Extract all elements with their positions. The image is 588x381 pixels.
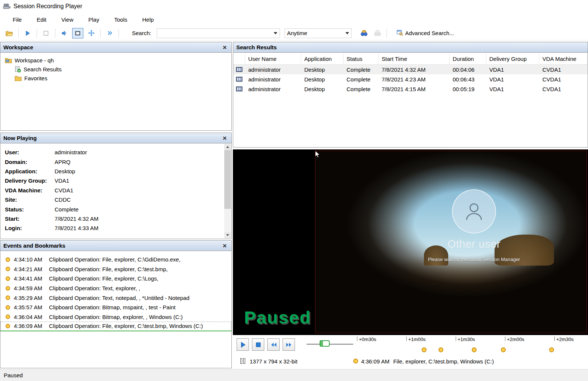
search-combobox[interactable] — [157, 28, 280, 38]
column-header[interactable]: User Name — [245, 53, 301, 65]
event-list-item[interactable]: 4:34:59 AM Clipboard Operation: Text, ex… — [0, 284, 231, 293]
play-in-window-button[interactable] — [40, 28, 52, 38]
toolbar-separator — [37, 29, 37, 38]
session-film-icon — [233, 67, 245, 72]
seek-slider-thumb[interactable] — [320, 340, 330, 347]
menu-item[interactable]: Tools — [107, 14, 135, 25]
menu-item[interactable]: File — [5, 14, 29, 25]
time-filter-combobox[interactable]: Anytime — [284, 28, 352, 38]
rewind-control-button[interactable] — [267, 338, 280, 351]
event-time: 4:34:10 AM — [14, 256, 45, 263]
fast-forward-control-button[interactable] — [283, 338, 295, 351]
player-controls: +0m30s +1m00s +1m30s +2m00s — [233, 335, 588, 354]
field-label: User: — [5, 149, 55, 155]
workspace-panel: Workspace ✕ Workspace - qh Search Result… — [0, 42, 232, 131]
cell-vda-machine: CVDA1 — [539, 66, 588, 73]
column-header[interactable]: Application — [301, 53, 344, 65]
search-down-button[interactable] — [358, 28, 370, 38]
timeline-event-dot[interactable] — [501, 347, 506, 352]
event-list-item[interactable]: 4:36:04 AM Clipboard Operation: Bitmap, … — [0, 312, 231, 322]
timeline-marker-label: +2m00s — [507, 337, 524, 342]
event-list-item[interactable]: 4:35:57 AM Clipboard Operation: Bitmap, … — [0, 303, 231, 312]
cell-application: Desktop — [301, 66, 344, 73]
advanced-search-label: Advanced Search... — [405, 30, 454, 36]
tree-item-label: Favorites — [24, 75, 47, 81]
tree-item-search-results[interactable]: Search Results — [3, 65, 229, 74]
event-text: Clipboard Operation: Bitmap, mspaint, , … — [49, 304, 176, 310]
chevron-down-icon[interactable] — [345, 32, 349, 34]
table-row[interactable]: administrator Desktop Complete 7/8/2021 … — [233, 84, 588, 94]
pan-arrows-icon — [88, 30, 95, 36]
play-button[interactable] — [22, 28, 33, 38]
current-event-dot-icon — [353, 359, 358, 363]
timeline-event-dot[interactable] — [472, 347, 477, 352]
timeline-event-dot[interactable] — [549, 347, 554, 352]
scroll-down-button[interactable] — [224, 232, 231, 238]
search-up-button[interactable] — [372, 28, 383, 38]
close-icon[interactable]: ✕ — [221, 135, 228, 141]
binoculars-icon — [360, 30, 368, 36]
tree-item-label: Workspace - qh — [15, 57, 54, 64]
timeline-event-dot[interactable] — [422, 347, 427, 352]
workspace-panel-header: Workspace ✕ — [0, 42, 231, 53]
column-header[interactable]: VDA Machine — [539, 53, 588, 65]
open-file-button[interactable] — [4, 28, 15, 38]
column-header[interactable]: Status — [344, 53, 379, 65]
event-list-item[interactable]: 4:35:29 AM Clipboard Operation: Text, no… — [0, 293, 231, 303]
titlebar: Session Recording Player — [0, 0, 588, 13]
scrollbar-thumb[interactable] — [224, 150, 231, 209]
now-playing-panel: Now Playing ✕ User: administrator Domain… — [0, 133, 232, 239]
pan-button[interactable] — [86, 28, 97, 38]
advanced-search-button[interactable]: Advanced Search... — [392, 28, 458, 38]
column-header[interactable]: Duration — [450, 53, 486, 65]
frame-view-button[interactable] — [72, 28, 83, 38]
stop-control-button[interactable] — [252, 338, 264, 351]
event-text: Clipboard Operation: Bitmap, explorer, ,… — [49, 314, 183, 320]
now-playing-field: User: administrator — [0, 148, 231, 157]
menu-item[interactable]: Play — [81, 14, 107, 25]
menu-item[interactable]: View — [54, 14, 81, 25]
table-row[interactable]: administrator Desktop Complete 7/8/2021 … — [233, 65, 588, 74]
audio-button[interactable] — [59, 28, 70, 38]
event-list-item[interactable]: 4:34:10 AM Clipboard Operation: File, ex… — [0, 255, 231, 264]
event-list-item[interactable]: 4:34:41 AM Clipboard Operation: File, ex… — [0, 274, 231, 284]
event-list-item[interactable]: 4:34:21 AM Clipboard Operation: File, ex… — [0, 264, 231, 274]
event-dot-icon — [6, 267, 10, 271]
window-icon — [43, 30, 49, 36]
timeline-event-dot[interactable] — [438, 347, 443, 352]
close-icon[interactable]: ✕ — [221, 44, 228, 50]
column-header[interactable]: Start Time — [379, 53, 450, 65]
menu-item[interactable]: Help — [135, 14, 161, 25]
workspace-panel-title: Workspace — [3, 44, 33, 50]
search-label: Search: — [132, 30, 151, 36]
paused-overlay: Paused — [244, 307, 311, 328]
cell-vda-machine: CVDA1 — [539, 76, 588, 83]
speaker-icon — [61, 30, 67, 36]
timeline-tick-icon — [406, 337, 407, 341]
tree-item-favorites[interactable]: Favorites — [3, 74, 229, 83]
column-header[interactable]: Delivery Group — [486, 53, 539, 65]
event-list-item[interactable]: 4:36:09 AM Clipboard Operation: File, ex… — [0, 322, 231, 331]
tree-item-workspace-root[interactable]: Workspace - qh — [3, 56, 229, 65]
chevron-down-icon[interactable] — [274, 32, 277, 34]
session-screen: Other user Please wait for the Local Ses… — [315, 151, 587, 333]
event-text: Clipboard Operation: Text, explorer, , — [49, 285, 140, 291]
events-panel: Events and Bookmarks ✕ 4:34:10 AM Clipbo… — [0, 240, 232, 368]
search-results-table: User NameApplicationStatusStart TimeDura… — [233, 53, 588, 94]
menu-item[interactable]: Edit — [29, 14, 54, 25]
field-label: VDA Machine: — [5, 187, 55, 193]
player-region: Other user Please wait for the Local Ses… — [233, 149, 588, 368]
seek-slider-track[interactable] — [307, 344, 353, 345]
field-value: CDDC — [55, 196, 71, 203]
close-icon[interactable]: ✕ — [221, 243, 228, 249]
scrollbar[interactable] — [224, 144, 231, 238]
play-control-button[interactable] — [237, 338, 249, 351]
pause-indicator-icon — [240, 358, 245, 364]
now-playing-field: Site: CDDC — [0, 195, 231, 204]
cell-application: Desktop — [301, 76, 344, 83]
fast-review-button[interactable] — [104, 28, 115, 38]
table-body: administrator Desktop Complete 7/8/2021 … — [233, 65, 588, 94]
table-row[interactable]: administrator Desktop Complete 7/8/2021 … — [233, 74, 588, 84]
scroll-up-button[interactable] — [224, 144, 231, 150]
event-time: 4:34:21 AM — [14, 266, 45, 272]
